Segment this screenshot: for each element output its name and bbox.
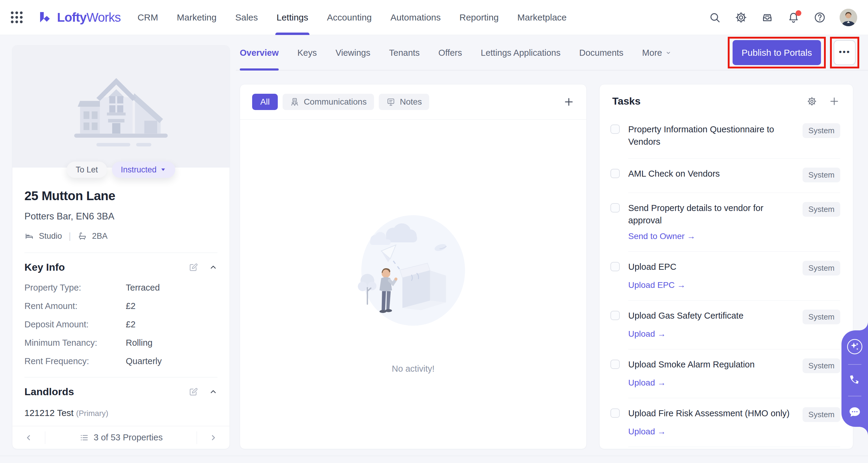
search-icon[interactable] <box>709 11 721 24</box>
filter-notes[interactable]: Notes <box>379 94 429 110</box>
edit-key-info-icon[interactable] <box>188 263 198 272</box>
tab-offers[interactable]: Offers <box>438 35 462 70</box>
tasks-settings-icon[interactable] <box>806 96 817 107</box>
tab-documents[interactable]: Documents <box>579 35 623 70</box>
task-source-badge: System <box>803 123 840 138</box>
list-icon <box>79 433 89 442</box>
task-checkbox[interactable] <box>611 169 620 178</box>
divider <box>25 377 217 377</box>
chat-icon[interactable] <box>848 405 862 419</box>
status-badges: To Let Instructed <box>12 162 229 178</box>
task-title: Upload Smoke Alarm Regulation <box>628 358 800 371</box>
publish-to-portals-button[interactable]: Publish to Portals <box>733 40 821 65</box>
chevron-down-icon <box>665 49 672 56</box>
pagination-label: 3 of 53 Properties <box>45 433 197 442</box>
task-title: Upload EPC <box>628 261 800 273</box>
add-task-icon[interactable] <box>829 96 840 107</box>
task-checkbox[interactable] <box>611 360 620 369</box>
baths-value: 2BA <box>92 232 107 241</box>
tab-keys[interactable]: Keys <box>298 35 317 70</box>
spec-separator: | <box>69 231 71 241</box>
landlord-primary-note: (Primary) <box>76 409 108 418</box>
collapse-key-info-icon[interactable] <box>209 263 217 272</box>
nav-item-reporting[interactable]: Reporting <box>459 0 499 35</box>
filter-communications[interactable]: Communications <box>283 94 374 110</box>
key-info-rows: Property Type: Terraced Rent Amount: £2 … <box>25 278 217 370</box>
nav-item-lettings[interactable]: Lettings <box>277 0 308 35</box>
tab-lettings-applications[interactable]: Lettings Applications <box>481 35 560 70</box>
collapse-landlords-icon[interactable] <box>209 388 217 396</box>
availability-badge: To Let <box>67 162 107 178</box>
activity-filters: All Communications Notes <box>240 85 586 120</box>
inbox-tray-icon[interactable] <box>761 11 774 24</box>
plus-icon <box>563 96 574 107</box>
tab-tenants[interactable]: Tenants <box>389 35 420 70</box>
tasks-header: Tasks <box>599 85 853 114</box>
header-icon-group <box>709 9 857 26</box>
task-source-badge: System <box>803 358 840 373</box>
nav-item-sales[interactable]: Sales <box>235 0 258 35</box>
apps-grid-icon[interactable] <box>11 11 23 23</box>
annotation-box-overflow: ••• <box>830 37 859 68</box>
annotation-box-publish: Publish to Portals <box>728 37 826 68</box>
notifications-bell-icon[interactable] <box>787 11 800 24</box>
task-checkbox[interactable] <box>611 408 620 418</box>
task-title: AML Check on Vendors <box>628 168 800 180</box>
landlords-header: Landlords <box>25 386 217 398</box>
task-source-badge: System <box>803 309 840 324</box>
tab-overview[interactable]: Overview <box>240 35 279 70</box>
landlord-name: 121212 Test <box>25 408 73 418</box>
task-source-badge: System <box>803 261 840 275</box>
primary-nav: CRM Marketing Sales Lettings Accounting … <box>137 0 567 35</box>
brand-logo[interactable]: LoftyWorks <box>36 9 121 26</box>
add-activity-button[interactable] <box>563 96 574 107</box>
communications-icon <box>290 97 300 107</box>
task-action-link[interactable]: Upload → <box>628 427 666 436</box>
task-item: Property Information Questionnaire to Ve… <box>628 114 840 159</box>
nav-item-marketing[interactable]: Marketing <box>177 0 217 35</box>
nav-item-automations[interactable]: Automations <box>391 0 441 35</box>
task-action-link[interactable]: Send to Owner → <box>628 232 695 241</box>
ai-sparkle-icon[interactable] <box>846 338 863 355</box>
task-action-link[interactable]: Upload EPC → <box>628 280 685 290</box>
notes-icon <box>386 97 396 107</box>
task-source-badge: System <box>803 202 840 217</box>
task-title: Send Property details to vendor for appr… <box>628 202 800 227</box>
activity-empty-state: No activity! <box>240 120 586 374</box>
edit-landlords-icon[interactable] <box>188 387 198 397</box>
phone-icon[interactable] <box>848 373 861 387</box>
filter-all[interactable]: All <box>252 94 278 110</box>
activity-card: All Communications Notes <box>240 84 587 449</box>
landlord-entry[interactable]: 121212 Test (Primary) <box>25 408 217 418</box>
tab-more[interactable]: More <box>642 35 672 70</box>
previous-property-button[interactable] <box>12 433 45 442</box>
task-item: Send Property details to vendor for appr… <box>628 193 840 252</box>
task-title: Upload Fire Risk Assessment (HMO only) <box>628 407 800 420</box>
help-icon[interactable] <box>813 11 826 24</box>
house-illustration <box>56 60 186 154</box>
nav-item-crm[interactable]: CRM <box>137 0 158 35</box>
task-item: Upload Gas Safety Certificate System Upl… <box>628 300 840 350</box>
empty-state-text: No activity! <box>392 364 435 374</box>
tab-viewings[interactable]: Viewings <box>335 35 370 70</box>
user-avatar[interactable] <box>840 9 857 26</box>
key-info-title: Key Info <box>25 261 65 273</box>
task-action-link[interactable]: Upload → <box>628 329 666 339</box>
nav-item-marketplace[interactable]: Marketplace <box>517 0 566 35</box>
task-checkbox[interactable] <box>611 203 620 212</box>
no-activity-illustration <box>348 206 478 336</box>
task-checkbox[interactable] <box>611 262 620 271</box>
overflow-menu-button[interactable]: ••• <box>834 40 856 65</box>
task-checkbox[interactable] <box>611 311 620 320</box>
settings-gear-icon[interactable] <box>735 11 747 24</box>
task-action-link[interactable]: Upload → <box>628 378 666 388</box>
info-row: Property Type: Terraced <box>25 278 217 297</box>
task-checkbox[interactable] <box>611 125 620 134</box>
property-specs: Studio | 2BA <box>25 231 217 241</box>
status-dropdown[interactable]: Instructed <box>112 162 176 178</box>
next-property-button[interactable] <box>197 433 229 442</box>
divider <box>25 253 217 253</box>
nav-item-accounting[interactable]: Accounting <box>327 0 372 35</box>
beds-value: Studio <box>39 232 62 241</box>
task-title: Upload Gas Safety Certificate <box>628 309 800 322</box>
